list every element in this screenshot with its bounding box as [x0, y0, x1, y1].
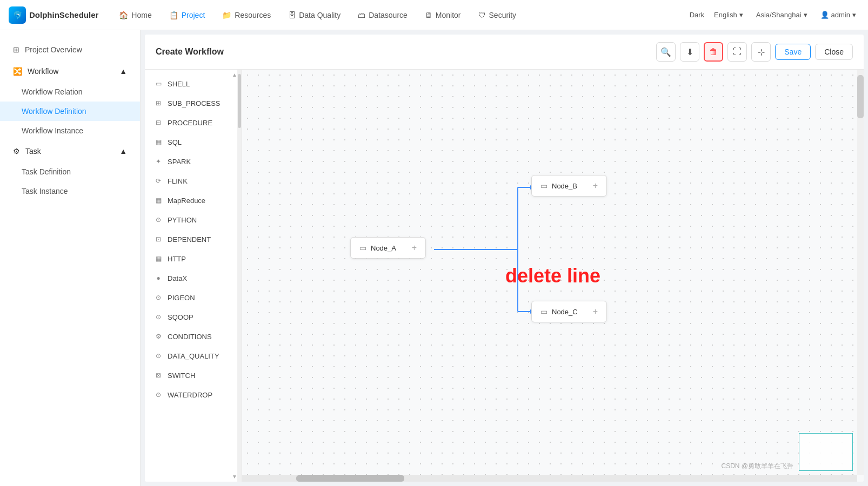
task-item-flink[interactable]: ⟳ FLINK	[145, 171, 242, 191]
task-label-http: HTTP	[168, 255, 186, 263]
pigeon-icon: ⊙	[153, 293, 163, 302]
shell-icon: ▭	[153, 79, 163, 89]
task-item-datax[interactable]: ● DataX	[145, 268, 242, 288]
editor-body: ▲ ▭ SHELL ⊞ SUB_PROCESS ⊟ PROCEDURE	[145, 70, 864, 482]
task-item-mapreduce[interactable]: ▦ MapReduce	[145, 191, 242, 210]
task-item-conditions[interactable]: ⚙ CONDITIONS	[145, 327, 242, 346]
nav-monitor[interactable]: 🖥 Monitor	[417, 6, 469, 24]
app-name: DolphinScheduler	[29, 10, 98, 19]
node-b-label: Node_B	[552, 182, 577, 190]
node-c-add-button[interactable]: +	[593, 307, 598, 316]
task-item-data-quality[interactable]: ⊙ DATA_QUALITY	[145, 346, 242, 366]
sidebar-workflow-group[interactable]: 🔀 Workflow ▲	[0, 60, 140, 82]
node-c[interactable]: ▭ Node_C +	[531, 301, 607, 322]
workflow-canvas[interactable]: ▭ Node_A + ▭ Node_B + ▭ Node_C +	[242, 70, 864, 482]
task-item-sqoop[interactable]: ⊙ SQOOP	[145, 307, 242, 327]
horizontal-scrollbar[interactable]	[242, 475, 857, 482]
nav-security-label: Security	[489, 11, 517, 19]
main-content: Create Workflow 🔍 ⬇ 🗑 ⛶ ⊹	[141, 30, 868, 486]
panel-scroll-down[interactable]: ▼	[232, 474, 237, 480]
node-a-label: Node_A	[371, 244, 396, 252]
node-a-add-button[interactable]: +	[412, 243, 417, 253]
user-menu[interactable]: 👤 admin ▾	[817, 9, 859, 21]
spark-icon: ✦	[153, 157, 163, 166]
nav-items: 🏠 Home 📋 Project 📁 Resources 🗄 Data Qual…	[111, 6, 689, 24]
datasource-icon: 🗃	[358, 11, 365, 19]
logo-icon: 🐬	[9, 6, 26, 24]
project-icon: 📋	[169, 11, 178, 19]
sidebar-item-workflow-instance[interactable]: Workflow Instance	[0, 121, 140, 140]
task-item-sub-process[interactable]: ⊞ SUB_PROCESS	[145, 93, 242, 113]
security-icon: 🛡	[478, 11, 486, 19]
task-label-shell: SHELL	[168, 80, 190, 88]
panel-scroll-up[interactable]: ▲	[232, 72, 237, 78]
dependent-icon: ⊡	[153, 234, 163, 244]
sidebar-item-task-definition[interactable]: Task Definition	[0, 162, 140, 181]
task-item-pigeon[interactable]: ⊙ PIGEON	[145, 288, 242, 307]
fullscreen-button[interactable]: ⛶	[727, 42, 747, 62]
nav-project[interactable]: 📋 Project	[162, 6, 213, 24]
task-instance-label: Task Instance	[22, 187, 68, 195]
nav-home[interactable]: 🏠 Home	[111, 6, 159, 24]
task-item-waterdrop[interactable]: ⊙ WATERDROP	[145, 385, 242, 404]
sqoop-icon: ⊙	[153, 312, 163, 322]
task-label-datax: DataX	[168, 274, 187, 282]
node-b-add-button[interactable]: +	[593, 181, 598, 191]
node-b-icon: ▭	[540, 181, 547, 190]
resources-icon: 📁	[222, 11, 231, 19]
task-label-sqoop: SQOOP	[168, 313, 193, 321]
workflow-group-label: Workflow	[28, 67, 58, 76]
nav-right: Dark English ▾ Asia/Shanghai ▾ 👤 admin ▾	[690, 9, 859, 21]
waterdrop-icon: ⊙	[153, 390, 163, 400]
monitor-icon: 🖥	[425, 11, 432, 19]
node-b[interactable]: ▭ Node_B +	[531, 175, 607, 197]
nav-resources[interactable]: 📁 Resources	[215, 6, 278, 24]
app-logo[interactable]: 🐬 DolphinScheduler	[9, 6, 98, 24]
sidebar-item-project-overview[interactable]: ⊞ Project Overview	[0, 39, 140, 60]
language-chevron-icon: ▾	[739, 11, 743, 19]
nav-data-quality[interactable]: 🗄 Data Quality	[281, 6, 348, 24]
nav-security[interactable]: 🛡 Security	[471, 6, 524, 24]
workflow-group-icon: 🔀	[13, 67, 22, 76]
canvas-background	[242, 70, 864, 482]
task-item-http[interactable]: ▦ HTTP	[145, 249, 242, 268]
task-item-python[interactable]: ⊙ PYTHON	[145, 210, 242, 230]
task-item-shell[interactable]: ▭ SHELL	[145, 74, 242, 93]
task-label-spark: SPARK	[168, 158, 191, 166]
nav-datasource[interactable]: 🗃 Datasource	[350, 6, 415, 24]
save-button[interactable]: Save	[775, 44, 811, 60]
theme-toggle[interactable]: Dark	[690, 11, 704, 19]
sidebar-task-group[interactable]: ⚙ Task ▲	[0, 140, 140, 162]
node-a-icon: ▭	[359, 244, 366, 252]
task-definition-label: Task Definition	[22, 167, 71, 176]
horizontal-scrollbar-thumb[interactable]	[296, 475, 404, 482]
project-overview-icon: ⊞	[13, 45, 19, 54]
vertical-scrollbar-thumb[interactable]	[857, 75, 864, 118]
delete-line-button[interactable]: 🗑	[704, 42, 723, 62]
task-item-sql[interactable]: ▦ SQL	[145, 132, 242, 152]
language-selector[interactable]: English ▾	[711, 9, 746, 21]
task-panel: ▲ ▭ SHELL ⊞ SUB_PROCESS ⊟ PROCEDURE	[145, 70, 242, 482]
task-label-switch: SWITCH	[168, 372, 195, 380]
download-icon: ⬇	[686, 47, 693, 57]
task-item-switch[interactable]: ⊠ SWITCH	[145, 366, 242, 385]
dag-button[interactable]: ⊹	[751, 42, 771, 62]
close-button[interactable]: Close	[815, 44, 853, 60]
download-button[interactable]: ⬇	[680, 42, 699, 62]
timezone-selector[interactable]: Asia/Shanghai ▾	[753, 9, 811, 21]
task-label-python: PYTHON	[168, 216, 197, 224]
vertical-scrollbar[interactable]	[857, 70, 864, 475]
sidebar-item-workflow-definition[interactable]: Workflow Definition	[0, 102, 140, 121]
switch-icon: ⊠	[153, 370, 163, 380]
task-label-waterdrop: WATERDROP	[168, 391, 212, 399]
timezone-chevron-icon: ▾	[804, 11, 807, 19]
watermark: CSDN @勇敢羊羊在飞奔	[721, 462, 793, 471]
task-item-procedure[interactable]: ⊟ PROCEDURE	[145, 113, 242, 132]
task-item-dependent[interactable]: ⊡ DEPENDENT	[145, 230, 242, 249]
search-button[interactable]: 🔍	[656, 42, 676, 62]
sidebar-item-task-instance[interactable]: Task Instance	[0, 181, 140, 201]
sidebar-item-workflow-relation[interactable]: Workflow Relation	[0, 82, 140, 102]
task-item-spark[interactable]: ✦ SPARK	[145, 152, 242, 171]
nav-data-quality-label: Data Quality	[299, 11, 340, 19]
node-a[interactable]: ▭ Node_A +	[350, 237, 426, 259]
